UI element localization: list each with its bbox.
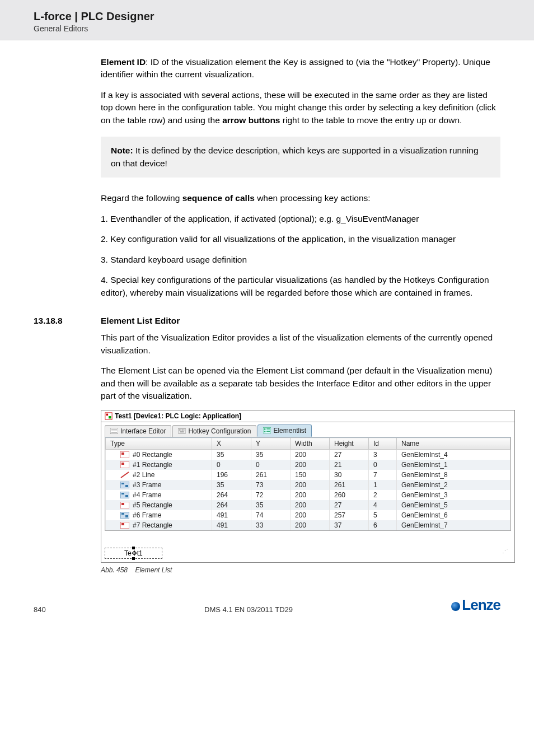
cell-width: 200 (291, 510, 330, 520)
footer-doc-id: DMS 4.1 EN 03/2011 TD29 (46, 605, 452, 614)
svg-rect-10 (182, 430, 183, 431)
element-table: Type X Y Width Height Id Name #0 Rectang… (105, 437, 511, 531)
paragraph-element-id: Element ID: ID of the visualization elem… (101, 56, 500, 81)
cell-width: 200 (291, 480, 330, 490)
cell-name: GenElemInst_6 (397, 510, 510, 520)
cell-name: GenElemInst_1 (397, 460, 510, 470)
sequence-item-1: 1. Eventhandler of the application, if a… (101, 213, 500, 225)
cell-width: 200 (291, 490, 330, 500)
cell-height: 257 (330, 510, 369, 520)
sequence-item-3: 3. Standard keyboard usage definition (101, 254, 500, 266)
table-row[interactable]: #2 Line196261150307GenElemInst_8 (106, 470, 510, 480)
svg-line-22 (121, 472, 129, 478)
text: Regard the following (101, 193, 182, 203)
element-list-screenshot: Test1 [Device1: PLC Logic: Application] … (101, 410, 515, 563)
svg-rect-14 (264, 428, 266, 430)
col-name[interactable]: Name (397, 438, 510, 450)
paragraph-arrow-buttons: If a key is associated with several acti… (101, 89, 500, 127)
tab-elementlist[interactable]: Elementlist (257, 424, 312, 437)
section-title: Element List Editor (101, 316, 180, 326)
col-type[interactable]: Type (106, 438, 212, 450)
svg-rect-35 (121, 523, 124, 525)
cell-height: 37 (330, 520, 369, 530)
col-x[interactable]: X (212, 438, 251, 450)
table-row[interactable]: #7 Rectangle49133200376GenElemInst_7 (106, 520, 510, 530)
cell-width: 200 (291, 520, 330, 530)
cell-name: GenElemInst_7 (397, 520, 510, 530)
paragraph-sequence-intro: Regard the following sequence of calls w… (101, 192, 500, 204)
note-box: Note: It is defined by the device descri… (101, 137, 500, 178)
cell-id: 0 (369, 460, 397, 470)
tab-interface-editor[interactable]: Interface Editor (105, 425, 171, 437)
cell-type: #6 Frame (133, 511, 161, 519)
selected-element-handle[interactable]: Te✥t1 (105, 548, 162, 559)
page-number: 840 (34, 605, 46, 614)
table-row[interactable]: #5 Rectangle26435200274GenElemInst_5 (106, 500, 510, 510)
lenze-text: Lenze (462, 596, 500, 613)
cell-x: 0 (212, 460, 251, 470)
table-row[interactable]: #4 Frame264722002602GenElemInst_3 (106, 490, 510, 500)
content: Element ID: ID of the visualization elem… (0, 40, 534, 574)
figure-caption: Abb. 458 Element List (101, 566, 500, 574)
rect-icon (120, 451, 129, 458)
section-paragraph-1: This part of the Visualization Editor pr… (101, 332, 500, 357)
cell-y: 73 (251, 480, 291, 490)
page-header: L-force | PLC Designer General Editors (0, 0, 534, 40)
note-label: Note: (111, 146, 133, 155)
cell-name: GenElemInst_5 (397, 500, 510, 510)
cell-height: 260 (330, 490, 369, 500)
footer-logo: Lenze (451, 596, 500, 614)
table-row[interactable]: #1 Rectangle00200210GenElemInst_1 (106, 460, 510, 470)
svg-rect-28 (125, 495, 128, 497)
elementlist-icon (263, 427, 271, 434)
cell-x: 491 (212, 520, 251, 530)
rect-icon (120, 461, 129, 468)
cell-y: 72 (251, 490, 291, 500)
cell-id: 3 (369, 450, 397, 460)
cell-x: 264 (212, 490, 251, 500)
cell-id: 5 (369, 510, 397, 520)
section-heading: 13.18.8 Element List Editor (34, 316, 500, 326)
table-header-row: Type X Y Width Height Id Name (106, 438, 510, 450)
cell-name: GenElemInst_8 (397, 470, 510, 480)
cell-width: 200 (291, 500, 330, 510)
col-id[interactable]: Id (369, 438, 397, 450)
cell-type: #3 Frame (133, 481, 161, 489)
cell-id: 4 (369, 500, 397, 510)
svg-rect-30 (121, 503, 124, 505)
cell-id: 1 (369, 480, 397, 490)
cell-y: 261 (251, 470, 291, 480)
term-element-id: Element ID (101, 57, 146, 67)
cell-y: 33 (251, 520, 291, 530)
cell-x: 35 (212, 480, 251, 490)
cell-height: 261 (330, 480, 369, 490)
tab-hotkey-configuration[interactable]: Hotkey Configuration (172, 425, 256, 437)
lenze-dot-icon (451, 602, 460, 611)
table-row[interactable]: #3 Frame35732002611GenElemInst_2 (106, 480, 510, 490)
svg-rect-32 (121, 513, 124, 515)
resize-grip-icon[interactable]: ⋰ (502, 548, 511, 555)
cell-height: 30 (330, 470, 369, 480)
col-width[interactable]: Width (291, 438, 330, 450)
text: when processing key actions: (255, 193, 371, 203)
cell-type: #5 Rectangle (133, 501, 172, 509)
svg-rect-12 (180, 432, 184, 433)
col-height[interactable]: Height (330, 438, 369, 450)
cell-width: 150 (291, 470, 330, 480)
cell-x: 35 (212, 450, 251, 460)
table-row[interactable]: #0 Rectangle3535200273GenElemInst_4 (106, 450, 510, 460)
col-y[interactable]: Y (251, 438, 291, 450)
header-subtitle: General Editors (34, 24, 500, 33)
frame-icon (120, 492, 129, 498)
cell-height: 27 (330, 500, 369, 510)
cell-name: GenElemInst_2 (397, 480, 510, 490)
tab-label: Interface Editor (120, 427, 166, 435)
cell-y: 74 (251, 510, 291, 520)
svg-rect-27 (121, 493, 124, 494)
header-title: L-force | PLC Designer (34, 10, 500, 23)
rect-icon (120, 522, 129, 529)
keyboard-icon (178, 428, 186, 435)
window-title: Test1 [Device1: PLC Logic: Application] (115, 412, 241, 420)
cell-type: #2 Line (133, 471, 154, 479)
table-row[interactable]: #6 Frame491742002575GenElemInst_6 (106, 510, 510, 520)
